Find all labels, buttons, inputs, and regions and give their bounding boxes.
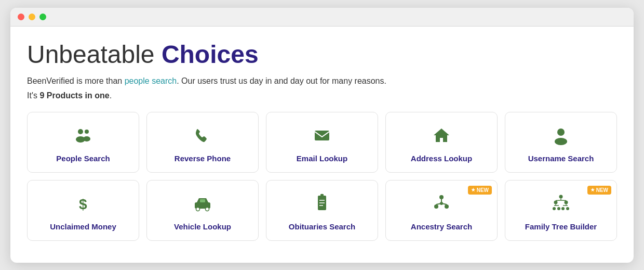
card-label-people-search: People Search [56, 154, 110, 163]
svg-point-19 [445, 204, 449, 209]
svg-point-3 [83, 136, 90, 142]
email-icon [312, 124, 332, 147]
svg-rect-13 [320, 194, 324, 197]
svg-point-10 [206, 207, 209, 211]
card-address-lookup[interactable]: Address Lookup [385, 112, 498, 173]
card-email-lookup[interactable]: Email Lookup [266, 112, 378, 173]
svg-point-28 [557, 207, 560, 210]
subtext-plain1: BeenVerified is more than [27, 76, 125, 85]
tree-icon [551, 192, 571, 215]
card-people-search[interactable]: People Search [27, 112, 139, 173]
card-reverse-phone[interactable]: Reverse Phone [146, 112, 259, 173]
svg-point-26 [565, 200, 568, 204]
headline-light: Unbeatable [27, 41, 162, 68]
new-badge: NEW [587, 186, 611, 195]
svg-point-27 [553, 207, 556, 210]
main-content: Unbeatable Choices BeenVerified is more … [10, 27, 634, 253]
card-label-address-lookup: Address Lookup [411, 154, 472, 163]
subtext-bold-text: 9 Products in one [39, 91, 109, 100]
people-search-link[interactable]: people search [125, 76, 177, 85]
app-window: Unbeatable Choices BeenVerified is more … [10, 8, 634, 263]
card-label-reverse-phone: Reverse Phone [175, 154, 231, 163]
svg-rect-11 [200, 199, 205, 202]
card-family-tree-builder[interactable]: NEW Family Tree Builder [505, 180, 617, 241]
svg-text:$: $ [79, 196, 87, 212]
svg-point-30 [566, 207, 569, 210]
home-icon [431, 124, 452, 147]
headline-bold: Choices [162, 41, 259, 68]
people-icon [73, 124, 93, 147]
minimize-button[interactable] [29, 14, 35, 20]
svg-point-24 [559, 195, 563, 198]
subtext-end: . [110, 91, 112, 100]
svg-point-2 [85, 130, 89, 134]
phone-icon [192, 124, 213, 147]
svg-point-6 [555, 138, 567, 145]
subtext-rest1: . Our users trust us day in and day out … [177, 76, 386, 85]
card-obituaries-search[interactable]: Obituaries Search [266, 180, 378, 241]
svg-point-23 [440, 202, 443, 205]
new-badge: NEW [468, 186, 492, 195]
obituary-icon [312, 192, 332, 215]
card-label-ancestry-search: Ancestry Search [411, 222, 472, 231]
svg-line-33 [561, 200, 566, 201]
card-ancestry-search[interactable]: NEW Ancestry Search [385, 180, 498, 241]
svg-line-32 [556, 200, 561, 201]
svg-point-9 [196, 207, 200, 211]
card-label-unclaimed-money: Unclaimed Money [50, 222, 116, 231]
dollar-icon: $ [73, 192, 93, 215]
card-label-email-lookup: Email Lookup [297, 154, 347, 163]
subtext-plain2: It's [27, 91, 39, 100]
card-label-vehicle-lookup: Vehicle Lookup [174, 222, 231, 231]
subtext-line1: BeenVerified is more than people search.… [27, 74, 617, 88]
svg-point-17 [439, 195, 444, 199]
card-username-search[interactable]: Username Search [505, 112, 617, 173]
card-vehicle-lookup[interactable]: Vehicle Lookup [146, 180, 259, 241]
maximize-button[interactable] [39, 14, 46, 20]
svg-point-5 [557, 128, 565, 136]
svg-rect-4 [315, 131, 329, 140]
ancestry-icon [431, 192, 452, 215]
user-icon [551, 124, 571, 147]
subtext-line2: It's 9 Products in one. [27, 91, 617, 100]
svg-point-18 [434, 204, 438, 209]
svg-point-25 [554, 200, 558, 204]
card-label-obituaries-search: Obituaries Search [289, 222, 355, 231]
card-label-family-tree-builder: Family Tree Builder [525, 222, 597, 231]
card-unclaimed-money[interactable]: $ Unclaimed Money [27, 180, 139, 241]
titlebar [10, 8, 634, 27]
page-headline: Unbeatable Choices [27, 41, 617, 69]
svg-point-0 [78, 129, 83, 134]
card-label-username-search: Username Search [528, 154, 594, 163]
close-button[interactable] [18, 14, 24, 20]
products-grid: People Search Reverse Phone Email Lookup… [27, 112, 617, 241]
svg-point-29 [561, 207, 565, 210]
car-icon [192, 192, 213, 215]
